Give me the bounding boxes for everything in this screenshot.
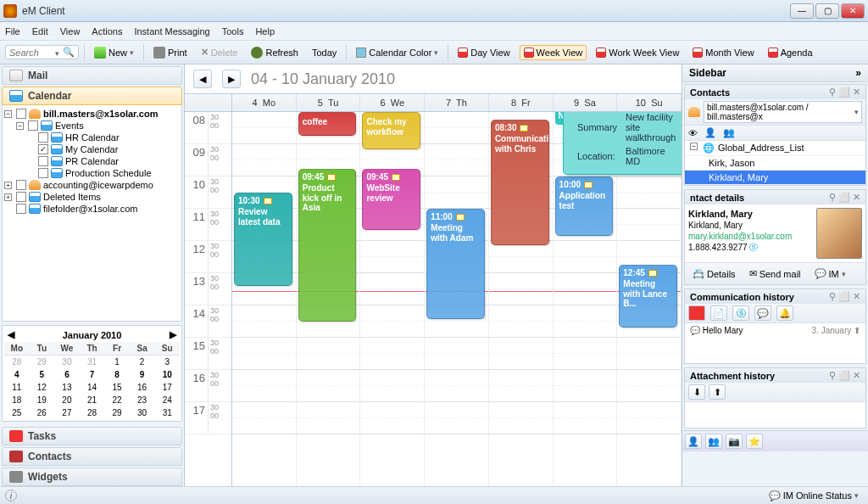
mini-cal-day[interactable]: 31: [80, 356, 105, 368]
mini-cal-day[interactable]: 14: [80, 381, 105, 394]
mini-cal-day[interactable]: 22: [104, 394, 130, 406]
mini-cal-day[interactable]: 18: [4, 394, 30, 406]
calendar-event[interactable]: 10:30Review latest data: [234, 193, 292, 286]
mini-cal-day[interactable]: 24: [154, 394, 180, 406]
menu-view[interactable]: View: [60, 26, 81, 36]
next-week-button[interactable]: ▶: [222, 70, 241, 88]
mini-cal-day[interactable]: 11: [4, 381, 30, 394]
calendar-event[interactable]: 12:45Meeting with Lance B...: [619, 265, 677, 328]
mini-cal-day[interactable]: 10: [154, 368, 180, 381]
calendar-event[interactable]: 09:45Product kick off in Asia: [298, 169, 357, 322]
day-header-sun[interactable]: 10 Su: [617, 94, 682, 111]
mini-cal-title[interactable]: January 2010: [63, 330, 122, 340]
attach-icon[interactable]: ⬇: [688, 384, 705, 400]
mini-cal-day[interactable]: 29: [30, 356, 55, 368]
day-column[interactable]: Check my workflow09:45WebSite review: [360, 112, 425, 486]
contact-row[interactable]: Kirk, Jason: [685, 156, 865, 171]
mini-cal-day[interactable]: 1: [104, 356, 130, 368]
menu-edit[interactable]: Edit: [32, 26, 48, 36]
contact-email[interactable]: mary.kirkland@x1solar.com: [688, 232, 792, 241]
sb-icon-4[interactable]: ⭐: [746, 434, 763, 449]
checkbox[interactable]: [16, 204, 26, 214]
today-button[interactable]: Today: [308, 45, 341, 60]
my-calendar[interactable]: My Calendar: [65, 144, 118, 154]
calendar-event[interactable]: 10:00Application test: [555, 176, 614, 236]
filter-icon[interactable]: ⓢ: [732, 305, 749, 321]
refresh-button[interactable]: Refresh: [247, 44, 303, 61]
calendar-event[interactable]: Check my workflow: [362, 112, 420, 149]
users-icon[interactable]: 👥: [723, 127, 735, 138]
sidebar-collapse-icon[interactable]: »: [855, 67, 861, 79]
day-header-thu[interactable]: 7 Th: [425, 94, 489, 111]
expand-icon[interactable]: −: [4, 110, 12, 118]
mini-cal-day[interactable]: 19: [30, 394, 55, 406]
mini-cal-day[interactable]: 30: [54, 356, 80, 368]
day-column[interactable]: 10:30Review latest data: [232, 112, 297, 486]
menu-tools[interactable]: Tools: [222, 26, 244, 36]
checkbox[interactable]: [16, 180, 26, 190]
im-button[interactable]: 💬 IM: [810, 266, 850, 282]
mini-cal-day[interactable]: 9: [130, 368, 155, 381]
im-status-button[interactable]: 💬 IM Online Status: [765, 488, 863, 504]
prev-week-button[interactable]: ◀: [193, 70, 212, 88]
mini-cal-day[interactable]: 7: [80, 368, 105, 381]
checkbox[interactable]: [38, 168, 48, 178]
mini-cal-day[interactable]: 5: [30, 368, 55, 381]
next-month-button[interactable]: ▶: [170, 329, 176, 340]
menu-file[interactable]: File: [5, 26, 20, 36]
mini-cal-day[interactable]: 15: [104, 381, 130, 394]
search-icon[interactable]: 🔍: [63, 47, 75, 58]
production-schedule[interactable]: Production Schedule: [65, 168, 152, 178]
expand-icon[interactable]: +: [4, 182, 12, 189]
search-dropdown-icon[interactable]: [55, 48, 59, 58]
calendar-event[interactable]: 08:30Communication with Chris: [491, 120, 549, 245]
calendar-color-button[interactable]: Calendar Color: [352, 45, 442, 60]
mini-cal-day[interactable]: 2: [130, 356, 155, 368]
day-header-wed[interactable]: 6 We: [360, 94, 425, 111]
mini-cal-day[interactable]: 29: [104, 406, 130, 419]
calendar-event[interactable]: 09:45WebSite review: [362, 169, 420, 230]
week-view-button[interactable]: Week View: [520, 45, 587, 60]
delete-button[interactable]: ✕Delete: [197, 44, 242, 60]
filefolder-account[interactable]: filefolder@x1solar.com: [43, 204, 137, 214]
checkbox[interactable]: [16, 109, 26, 119]
widgets-panel-header[interactable]: Widgets: [2, 468, 182, 486]
mini-cal-day[interactable]: 27: [54, 406, 80, 419]
mini-cal-day[interactable]: 25: [4, 406, 30, 419]
maximize-button[interactable]: ▢: [815, 3, 839, 19]
filter-icon[interactable]: 🔔: [776, 305, 793, 321]
day-header-sat[interactable]: 9 Sa: [554, 94, 618, 111]
day-header-fri[interactable]: 8 Fr: [489, 94, 554, 111]
day-column[interactable]: coffee09:45Product kick off in Asia: [297, 112, 361, 486]
checkbox[interactable]: [38, 156, 48, 166]
mini-cal-day[interactable]: 3: [154, 356, 180, 368]
checkbox[interactable]: [28, 120, 38, 131]
events-folder[interactable]: Events: [55, 120, 84, 131]
mini-cal-day[interactable]: 30: [130, 406, 155, 419]
checkbox[interactable]: ✓: [38, 144, 48, 154]
mini-cal-day[interactable]: 31: [154, 406, 180, 419]
expand-icon[interactable]: +: [4, 193, 12, 201]
account-label[interactable]: bill.masters@x1solar.com: [43, 109, 158, 119]
menu-help[interactable]: Help: [255, 26, 275, 36]
mini-cal-grid[interactable]: MoTuWeThFrSaSu28293031123456789101112131…: [4, 342, 180, 419]
minimize-button[interactable]: —: [790, 3, 814, 19]
expand-icon[interactable]: −: [16, 122, 24, 130]
contacts-account-combo[interactable]: bill.masters@x1solar.com / bill.masters@…: [704, 101, 862, 123]
print-button[interactable]: Print: [149, 44, 192, 61]
attach-icon[interactable]: ⬆: [709, 384, 726, 400]
mini-cal-day[interactable]: 13: [54, 381, 80, 394]
work-week-view-button[interactable]: Work Week View: [592, 45, 683, 60]
day-column[interactable]: 08:30Communication with Chris: [489, 112, 554, 486]
checkbox[interactable]: [38, 132, 48, 143]
filter-icon[interactable]: 💬: [754, 305, 771, 321]
sb-icon-2[interactable]: 👥: [705, 434, 722, 449]
send-mail-button[interactable]: ✉ Send mail: [745, 266, 805, 282]
sb-icon-3[interactable]: 📷: [726, 434, 743, 449]
contacts-panel-header[interactable]: Contacts: [2, 447, 182, 466]
day-column[interactable]: 11:00Meeting with Adam: [425, 112, 489, 486]
comm-history-row[interactable]: 💬 Hello Mary 3. January ⬆: [685, 323, 865, 338]
calendar-event[interactable]: coffee: [298, 112, 357, 136]
mini-cal-day[interactable]: 4: [4, 368, 30, 381]
search-input[interactable]: [9, 48, 55, 58]
